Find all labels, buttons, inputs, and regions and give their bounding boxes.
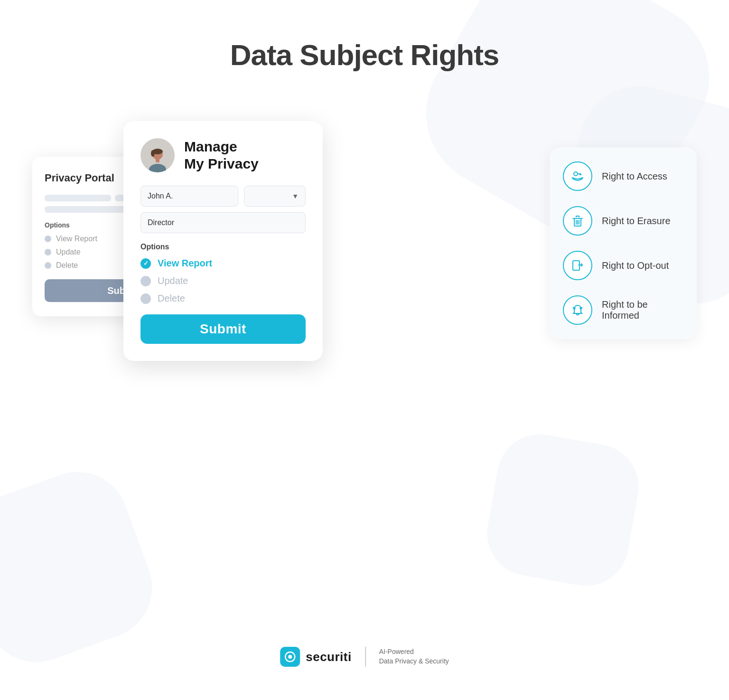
brand-name: securiti xyxy=(306,650,352,664)
right-erasure-label: Right to Erasure xyxy=(602,216,671,227)
option-label-view-report: View Report xyxy=(158,258,212,269)
right-optout-item: Right to Opt-out xyxy=(563,251,683,280)
bg-decoration-4 xyxy=(480,427,645,593)
right-optout-label: Right to Opt-out xyxy=(602,260,669,271)
option-delete[interactable]: Delete xyxy=(140,293,306,304)
avatar xyxy=(140,138,175,172)
name-input[interactable]: John A. xyxy=(140,186,238,207)
portal-radio-delete xyxy=(45,262,51,269)
trash-icon xyxy=(570,214,585,228)
form-name-row: John A. ▼ xyxy=(140,186,306,207)
portal-option-label-view-report: View Report xyxy=(56,235,97,243)
right-informed-icon-circle xyxy=(563,295,592,325)
right-informed-item: Right to be Informed xyxy=(563,295,683,325)
svg-point-3 xyxy=(149,164,166,172)
option-label-update: Update xyxy=(158,275,188,286)
options-label: Options xyxy=(140,243,306,251)
svg-point-20 xyxy=(288,655,292,659)
right-informed-label: Right to be Informed xyxy=(602,299,683,321)
footer-tagline-line1: AI-Powered xyxy=(379,647,449,657)
name-value: John A. xyxy=(148,192,173,200)
key-icon xyxy=(570,169,585,183)
right-access-icon-circle xyxy=(563,161,592,191)
radio-selected-icon: ✓ xyxy=(140,258,151,269)
manage-card-header: Manage My Privacy xyxy=(140,138,306,172)
role-input[interactable]: Director xyxy=(140,212,306,233)
footer-tagline: AI-Powered Data Privacy & Security xyxy=(366,647,449,666)
option-view-report[interactable]: ✓ View Report xyxy=(140,258,306,269)
right-access-label: Right to Access xyxy=(602,171,667,182)
right-erasure-item: Right to Erasure xyxy=(563,206,683,236)
right-access-item: Right to Access xyxy=(563,161,683,191)
exit-icon xyxy=(570,258,585,273)
check-icon: ✓ xyxy=(143,260,149,267)
submit-button[interactable]: Submit xyxy=(140,314,306,344)
manage-title: Manage My Privacy xyxy=(184,138,259,172)
footer-logo-section: securiti xyxy=(280,647,366,667)
svg-rect-14 xyxy=(573,261,579,270)
page-title: Data Subject Rights xyxy=(230,38,499,72)
footer: securiti AI-Powered Data Privacy & Secur… xyxy=(280,647,449,667)
svg-rect-4 xyxy=(156,159,159,162)
right-optout-icon-circle xyxy=(563,251,592,280)
radio-unselected-delete xyxy=(140,293,151,304)
securiti-logo-icon xyxy=(280,647,300,667)
radio-unselected-update xyxy=(140,276,151,286)
portal-option-label-update: Update xyxy=(56,248,81,256)
dropdown-arrow-icon: ▼ xyxy=(292,192,299,200)
svg-point-5 xyxy=(574,172,578,176)
option-label-delete: Delete xyxy=(158,293,185,304)
footer-tagline-line2: Data Privacy & Security xyxy=(379,657,449,666)
svg-point-2 xyxy=(151,150,155,157)
manage-privacy-card: Manage My Privacy John A. ▼ Director Opt… xyxy=(123,121,323,361)
rights-panel: Right to Access Right to Erasure Right t… xyxy=(550,147,697,339)
submit-button-label: Submit xyxy=(200,322,246,337)
role-value: Director xyxy=(148,218,174,227)
portal-input-name[interactable] xyxy=(45,195,111,201)
select-dropdown[interactable]: ▼ xyxy=(244,186,306,207)
option-update[interactable]: Update xyxy=(140,275,306,286)
right-erasure-icon-circle xyxy=(563,206,592,236)
portal-radio-view-report xyxy=(45,236,51,242)
bell-icon xyxy=(570,303,585,317)
portal-option-label-delete: Delete xyxy=(56,261,78,270)
bg-decoration-3 xyxy=(0,457,167,676)
portal-radio-update xyxy=(45,249,51,255)
